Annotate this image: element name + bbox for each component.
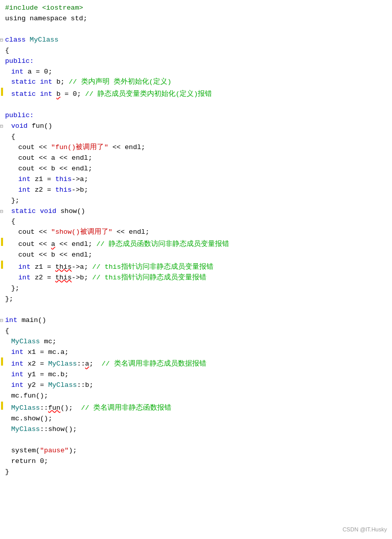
yellow-marker-38	[1, 402, 3, 410]
line-content-26: int z2 = this->b; // this指针访问静态成员变量报错	[4, 273, 390, 283]
keyword-static-show: static	[11, 207, 40, 215]
code-line-6: public:	[0, 56, 392, 67]
type-int-x1: int	[11, 348, 27, 356]
cout-b-show: cout << b << endl;	[18, 251, 92, 259]
line-content-12: void fun()	[4, 121, 390, 132]
comment-classname-static-error: // 类名调用非静态成员数据报错	[101, 360, 206, 368]
cout-b: cout << b << endl;	[18, 165, 92, 172]
scope-fun: ::	[40, 404, 48, 412]
code-line-33: int x1 = mc.a;	[0, 347, 392, 358]
brace-close-class: };	[5, 295, 13, 303]
code-line-19: };	[0, 196, 392, 206]
code-editor: #include <iostream> using namespace std;…	[0, 0, 392, 539]
line-content-21: {	[4, 217, 390, 227]
code-line-11: public:	[0, 111, 392, 121]
code-line-18: int z2 = this->b;	[0, 185, 392, 196]
type-int-z2: int	[18, 186, 34, 194]
string-show-called: "show()被调用了"	[51, 228, 113, 236]
line-content-42: system("pause");	[4, 446, 390, 456]
yellow-marker-25	[1, 261, 3, 269]
cout-a-static-1: cout <<	[18, 240, 51, 248]
code-line-17: int z1 = this->a;	[0, 174, 392, 185]
b-assign: = 0;	[60, 90, 85, 98]
yellow-marker-9	[1, 88, 3, 96]
fun-parens: ();	[60, 404, 81, 412]
this-keyword-1: this	[55, 175, 72, 183]
comment-static-access-error: // 静态成员函数访问非静态成员变量报错	[96, 240, 229, 248]
code-line-30: ⊟ int main()	[0, 315, 392, 326]
brace-open-main: {	[5, 327, 9, 335]
type-int-z1: int	[18, 175, 34, 183]
cout-fun-1: cout <<	[18, 143, 51, 151]
line-content-23: cout << a << endl; // 静态成员函数访问非静态成员变量报错	[4, 239, 390, 250]
x2-semi: ;	[89, 360, 101, 368]
line-content-11: public:	[4, 111, 390, 121]
return-zero: return 0;	[11, 457, 48, 465]
cout-a-static-2: << endl;	[55, 240, 96, 248]
code-line-44: }	[0, 467, 392, 478]
line-content-40: MyClass::show();	[4, 424, 390, 435]
line-content-13: {	[4, 132, 390, 142]
fold-icon-20: ⊟	[0, 208, 3, 216]
line-content-25: int z1 = this->a; // this指针访问非静态成员变量报错	[4, 262, 390, 273]
code-line-9: static int b = 0; // 静态成员变量类内初始化(定义)报错	[0, 88, 392, 100]
code-line-7: int a = 0;	[0, 67, 392, 78]
line-marker-12: ⊟	[0, 123, 4, 131]
code-line-37: mc.fun();	[0, 391, 392, 402]
keyword-static-b-decl: static	[11, 78, 40, 86]
y1-assign: y1 = mc.b;	[27, 371, 68, 378]
code-line-5: {	[0, 46, 392, 56]
code-line-3	[0, 24, 392, 35]
line-content-31: {	[4, 326, 390, 337]
keyword-class: class	[5, 36, 30, 44]
fold-icon-4: ⊟	[0, 37, 3, 45]
line-content-35: int y1 = mc.b;	[4, 370, 390, 380]
var-a: a = 0;	[27, 68, 52, 76]
line-content-29	[4, 305, 390, 315]
line-content-37: mc.fun();	[4, 391, 390, 402]
cout-a: cout << a << endl;	[18, 154, 92, 162]
line-content-30: int main()	[4, 315, 390, 326]
code-line-43: return 0;	[0, 456, 392, 467]
line-content-44: }	[4, 467, 390, 478]
code-line-29	[0, 305, 392, 315]
code-line-16: cout << b << endl;	[0, 164, 392, 174]
code-line-35: int y1 = mc.b;	[0, 370, 392, 380]
line-content-15: cout << a << endl;	[4, 153, 390, 164]
code-line-15: cout << a << endl;	[0, 153, 392, 164]
code-line-38: MyClass::fun(); // 类名调用非静态函数报错	[0, 402, 392, 414]
this-squiggle-1: this	[55, 263, 72, 271]
preprocessor-include: #include <iostream>	[5, 4, 83, 12]
comment-classname-fun-error: // 类名调用非静态函数报错	[81, 404, 171, 412]
type-int-main: int	[5, 316, 21, 324]
watermark: CSDN @IT.Husky	[342, 525, 387, 534]
line-content-43: return 0;	[4, 456, 390, 467]
code-line-21: {	[0, 217, 392, 227]
type-int-b-def: int	[40, 90, 56, 98]
keyword-void-show: void	[40, 207, 61, 215]
line-content-8: static int b; // 类内声明 类外初始化(定义)	[4, 77, 390, 88]
keyword-static-b-def: static	[11, 90, 40, 98]
code-line-25: int z1 = this->a; // this指针访问非静态成员变量报错	[0, 261, 392, 273]
x2-prefix: x2 =	[27, 360, 48, 368]
type-int-y2: int	[11, 381, 27, 389]
this-keyword-2: this	[55, 186, 72, 194]
code-line-2: using namespace std;	[0, 14, 392, 24]
z1-assign: z1 =	[34, 175, 55, 183]
code-line-12: ⊟ void fun()	[0, 121, 392, 132]
line-content-38: MyClass::fun(); // 类名调用非静态函数报错	[4, 403, 390, 414]
line-marker-38	[0, 402, 4, 410]
comment-this-nonstatic-error: // this指针访问非静态成员变量报错	[92, 263, 213, 271]
line-content-3	[4, 24, 390, 35]
cout-show-1: cout <<	[18, 228, 51, 236]
var-a-squiggle-static: a	[51, 240, 55, 248]
type-int-y1: int	[11, 371, 27, 378]
x1-assign: x1 = mc.a;	[27, 348, 68, 356]
keyword-void-fun: void	[11, 122, 32, 130]
line-marker-9	[0, 88, 4, 96]
line-content-34: int x2 = MyClass::a; // 类名调用非静态成员数据报错	[4, 359, 390, 370]
line-content-19: };	[4, 196, 390, 206]
myclass-show-call: MyClass	[11, 425, 40, 433]
comment-this-static-error: // this指针访问静态成员变量报错	[92, 274, 206, 281]
code-line-40: MyClass::show();	[0, 424, 392, 435]
